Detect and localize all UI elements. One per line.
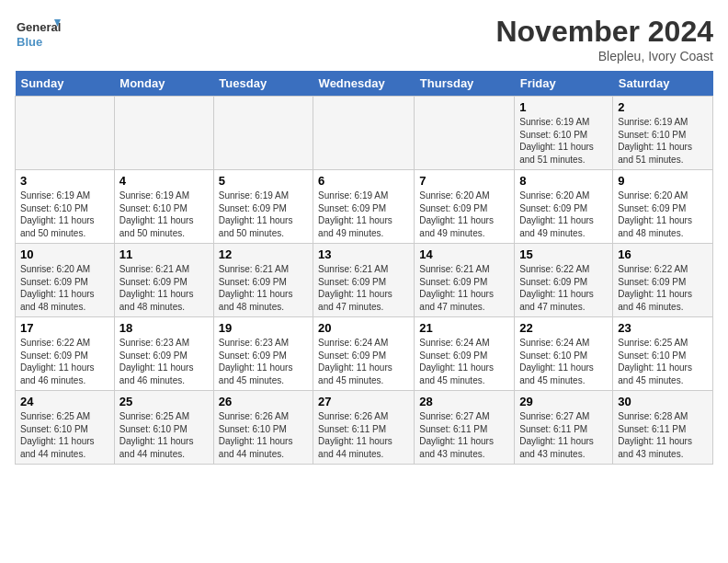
logo: General Blue: [15, 15, 61, 56]
calendar-cell: 6Sunrise: 6:19 AMSunset: 6:09 PMDaylight…: [313, 170, 415, 244]
logo-svg: General Blue: [15, 15, 61, 56]
day-number: 17: [20, 321, 109, 335]
header-saturday: Saturday: [613, 71, 713, 97]
header-wednesday: Wednesday: [313, 71, 415, 97]
day-info: Sunrise: 6:19 AMSunset: 6:10 PMDaylight:…: [119, 190, 209, 239]
calendar-cell: 8Sunrise: 6:20 AMSunset: 6:09 PMDaylight…: [515, 170, 613, 244]
calendar-cell: [114, 97, 213, 170]
day-info: Sunrise: 6:24 AMSunset: 6:10 PMDaylight:…: [519, 337, 608, 386]
calendar-cell: 17Sunrise: 6:22 AMSunset: 6:09 PMDayligh…: [16, 317, 115, 391]
header-friday: Friday: [515, 71, 613, 97]
day-number: 3: [20, 174, 109, 188]
day-number: 26: [219, 395, 308, 408]
day-info: Sunrise: 6:23 AMSunset: 6:09 PMDaylight:…: [119, 337, 209, 386]
day-info: Sunrise: 6:20 AMSunset: 6:09 PMDaylight:…: [419, 190, 509, 239]
header-monday: Monday: [114, 71, 213, 97]
calendar-cell: 9Sunrise: 6:20 AMSunset: 6:09 PMDaylight…: [613, 170, 713, 244]
day-number: 29: [519, 395, 608, 408]
calendar-cell: 19Sunrise: 6:23 AMSunset: 6:09 PMDayligh…: [213, 317, 313, 391]
day-info: Sunrise: 6:19 AMSunset: 6:09 PMDaylight:…: [219, 190, 308, 239]
day-number: 12: [219, 247, 308, 261]
calendar-header-row: SundayMondayTuesdayWednesdayThursdayFrid…: [16, 71, 713, 97]
calendar-table: SundayMondayTuesdayWednesdayThursdayFrid…: [15, 71, 713, 465]
calendar-cell: [415, 97, 515, 170]
day-number: 16: [618, 247, 708, 261]
page-subtitle: Blepleu, Ivory Coast: [495, 49, 713, 63]
day-info: Sunrise: 6:26 AMSunset: 6:11 PMDaylight:…: [318, 410, 409, 460]
calendar-cell: 27Sunrise: 6:26 AMSunset: 6:11 PMDayligh…: [313, 391, 415, 465]
day-number: 4: [119, 174, 209, 188]
day-info: Sunrise: 6:21 AMSunset: 6:09 PMDaylight:…: [119, 263, 209, 313]
day-info: Sunrise: 6:24 AMSunset: 6:09 PMDaylight:…: [419, 337, 509, 386]
day-number: 10: [20, 247, 109, 261]
calendar-cell: 15Sunrise: 6:22 AMSunset: 6:09 PMDayligh…: [515, 244, 613, 317]
calendar-cell: 30Sunrise: 6:28 AMSunset: 6:11 PMDayligh…: [613, 391, 713, 465]
day-info: Sunrise: 6:21 AMSunset: 6:09 PMDaylight:…: [419, 263, 509, 313]
calendar-week-2: 3Sunrise: 6:19 AMSunset: 6:10 PMDaylight…: [16, 170, 713, 244]
calendar-cell: 14Sunrise: 6:21 AMSunset: 6:09 PMDayligh…: [415, 244, 515, 317]
calendar-cell: 25Sunrise: 6:25 AMSunset: 6:10 PMDayligh…: [114, 391, 213, 465]
day-number: 19: [219, 321, 308, 335]
calendar-cell: 3Sunrise: 6:19 AMSunset: 6:10 PMDaylight…: [16, 170, 115, 244]
header-sunday: Sunday: [16, 71, 115, 97]
day-number: 5: [219, 174, 308, 188]
day-number: 9: [618, 174, 708, 188]
day-number: 7: [419, 174, 509, 188]
day-info: Sunrise: 6:19 AMSunset: 6:10 PMDaylight:…: [618, 116, 708, 166]
svg-text:Blue: Blue: [17, 35, 42, 49]
day-number: 1: [519, 100, 608, 114]
day-info: Sunrise: 6:20 AMSunset: 6:09 PMDaylight:…: [618, 190, 708, 239]
header-tuesday: Tuesday: [213, 71, 313, 97]
svg-text:General: General: [17, 20, 61, 34]
calendar-cell: [16, 97, 115, 170]
calendar-cell: 22Sunrise: 6:24 AMSunset: 6:10 PMDayligh…: [515, 317, 613, 391]
day-number: 11: [119, 247, 209, 261]
day-info: Sunrise: 6:25 AMSunset: 6:10 PMDaylight:…: [119, 410, 209, 460]
calendar-cell: 1Sunrise: 6:19 AMSunset: 6:10 PMDaylight…: [515, 97, 613, 170]
day-number: 15: [519, 247, 608, 261]
day-number: 27: [318, 395, 409, 408]
title-block: November 2024 Blepleu, Ivory Coast: [495, 15, 713, 63]
calendar-cell: 26Sunrise: 6:26 AMSunset: 6:10 PMDayligh…: [213, 391, 313, 465]
day-number: 24: [20, 395, 109, 408]
day-info: Sunrise: 6:26 AMSunset: 6:10 PMDaylight:…: [219, 410, 308, 460]
calendar-cell: 13Sunrise: 6:21 AMSunset: 6:09 PMDayligh…: [313, 244, 415, 317]
day-info: Sunrise: 6:25 AMSunset: 6:10 PMDaylight:…: [618, 337, 708, 386]
calendar-week-3: 10Sunrise: 6:20 AMSunset: 6:09 PMDayligh…: [16, 244, 713, 317]
header-thursday: Thursday: [415, 71, 515, 97]
day-info: Sunrise: 6:21 AMSunset: 6:09 PMDaylight:…: [219, 263, 308, 313]
day-info: Sunrise: 6:23 AMSunset: 6:09 PMDaylight:…: [219, 337, 308, 386]
day-info: Sunrise: 6:19 AMSunset: 6:10 PMDaylight:…: [20, 190, 109, 239]
day-number: 22: [519, 321, 608, 335]
calendar-cell: 12Sunrise: 6:21 AMSunset: 6:09 PMDayligh…: [213, 244, 313, 317]
calendar-cell: 23Sunrise: 6:25 AMSunset: 6:10 PMDayligh…: [613, 317, 713, 391]
calendar-cell: 20Sunrise: 6:24 AMSunset: 6:09 PMDayligh…: [313, 317, 415, 391]
day-info: Sunrise: 6:22 AMSunset: 6:09 PMDaylight:…: [20, 337, 109, 386]
header: General Blue November 2024 Blepleu, Ivor…: [15, 15, 713, 63]
day-number: 18: [119, 321, 209, 335]
calendar-cell: 24Sunrise: 6:25 AMSunset: 6:10 PMDayligh…: [16, 391, 115, 465]
day-number: 14: [419, 247, 509, 261]
calendar-cell: 10Sunrise: 6:20 AMSunset: 6:09 PMDayligh…: [16, 244, 115, 317]
calendar-cell: 2Sunrise: 6:19 AMSunset: 6:10 PMDaylight…: [613, 97, 713, 170]
day-info: Sunrise: 6:27 AMSunset: 6:11 PMDaylight:…: [519, 410, 608, 460]
day-number: 2: [618, 100, 708, 114]
calendar-cell: 7Sunrise: 6:20 AMSunset: 6:09 PMDaylight…: [415, 170, 515, 244]
page-title: November 2024: [495, 15, 713, 49]
calendar-cell: 21Sunrise: 6:24 AMSunset: 6:09 PMDayligh…: [415, 317, 515, 391]
calendar-cell: 4Sunrise: 6:19 AMSunset: 6:10 PMDaylight…: [114, 170, 213, 244]
calendar-cell: [313, 97, 415, 170]
day-info: Sunrise: 6:19 AMSunset: 6:10 PMDaylight:…: [519, 116, 608, 166]
day-number: 21: [419, 321, 509, 335]
calendar-cell: [213, 97, 313, 170]
day-number: 8: [519, 174, 608, 188]
day-number: 28: [419, 395, 509, 408]
day-number: 30: [618, 395, 708, 408]
calendar-week-5: 24Sunrise: 6:25 AMSunset: 6:10 PMDayligh…: [16, 391, 713, 465]
day-info: Sunrise: 6:21 AMSunset: 6:09 PMDaylight:…: [318, 263, 409, 313]
calendar-cell: 29Sunrise: 6:27 AMSunset: 6:11 PMDayligh…: [515, 391, 613, 465]
calendar-week-4: 17Sunrise: 6:22 AMSunset: 6:09 PMDayligh…: [16, 317, 713, 391]
day-info: Sunrise: 6:25 AMSunset: 6:10 PMDaylight:…: [20, 410, 109, 460]
calendar-cell: 11Sunrise: 6:21 AMSunset: 6:09 PMDayligh…: [114, 244, 213, 317]
day-number: 13: [318, 247, 409, 261]
